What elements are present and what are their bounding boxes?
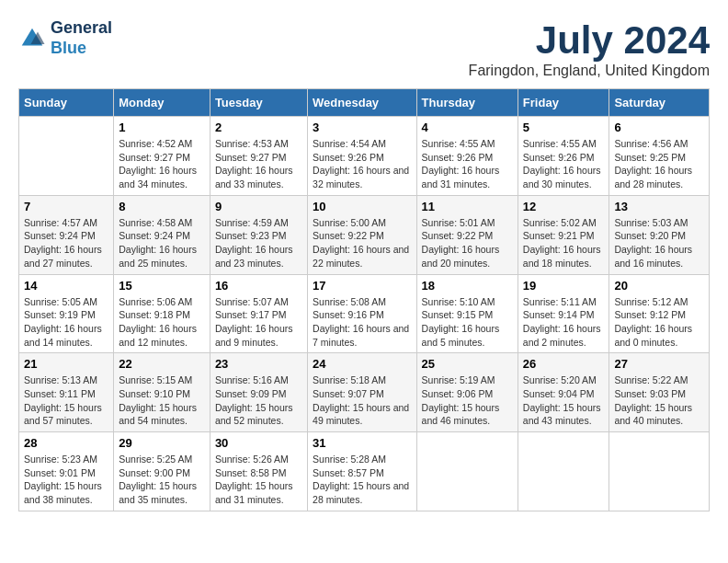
day-number: 13 xyxy=(614,200,704,213)
col-monday: Monday xyxy=(114,89,210,117)
day-info: Sunrise: 5:15 AM Sunset: 9:10 PM Dayligh… xyxy=(119,373,205,428)
cell-w5-d6 xyxy=(518,432,609,511)
col-friday: Friday xyxy=(518,89,609,117)
col-saturday: Saturday xyxy=(609,89,710,117)
logo-text-line2: Blue xyxy=(51,39,112,59)
cell-w2-d1: 7Sunrise: 4:57 AM Sunset: 9:24 PM Daylig… xyxy=(19,195,114,274)
cell-w3-d4: 17Sunrise: 5:08 AM Sunset: 9:16 PM Dayli… xyxy=(308,274,416,353)
day-info: Sunrise: 4:56 AM Sunset: 9:25 PM Dayligh… xyxy=(614,137,704,191)
cell-w3-d6: 19Sunrise: 5:11 AM Sunset: 9:14 PM Dayli… xyxy=(518,274,609,353)
cell-w2-d5: 11Sunrise: 5:01 AM Sunset: 9:22 PM Dayli… xyxy=(416,195,518,274)
cell-w5-d3: 30Sunrise: 5:26 AM Sunset: 8:58 PM Dayli… xyxy=(210,432,307,511)
cell-w1-d2: 1Sunrise: 4:52 AM Sunset: 9:27 PM Daylig… xyxy=(114,117,210,196)
cell-w2-d7: 13Sunrise: 5:03 AM Sunset: 9:20 PM Dayli… xyxy=(609,195,710,274)
cell-w4-d5: 25Sunrise: 5:19 AM Sunset: 9:06 PM Dayli… xyxy=(416,353,518,432)
day-number: 4 xyxy=(422,121,513,134)
day-info: Sunrise: 5:20 AM Sunset: 9:04 PM Dayligh… xyxy=(523,373,605,428)
day-info: Sunrise: 5:07 AM Sunset: 9:17 PM Dayligh… xyxy=(215,295,302,350)
day-number: 15 xyxy=(119,279,205,293)
cell-w3-d1: 14Sunrise: 5:05 AM Sunset: 9:19 PM Dayli… xyxy=(19,274,114,353)
day-info: Sunrise: 5:25 AM Sunset: 9:00 PM Dayligh… xyxy=(119,453,205,507)
day-number: 9 xyxy=(215,200,302,213)
day-info: Sunrise: 4:53 AM Sunset: 9:27 PM Dayligh… xyxy=(215,137,302,191)
day-info: Sunrise: 5:02 AM Sunset: 9:21 PM Dayligh… xyxy=(523,216,605,270)
week-row-5: 28Sunrise: 5:23 AM Sunset: 9:01 PM Dayli… xyxy=(19,432,710,511)
day-number: 22 xyxy=(119,357,205,371)
day-info: Sunrise: 5:00 AM Sunset: 9:22 PM Dayligh… xyxy=(313,216,411,270)
calendar-table: Sunday Monday Tuesday Wednesday Thursday… xyxy=(18,88,710,511)
day-number: 28 xyxy=(24,436,108,450)
day-info: Sunrise: 5:13 AM Sunset: 9:11 PM Dayligh… xyxy=(24,373,108,428)
day-info: Sunrise: 5:01 AM Sunset: 9:22 PM Dayligh… xyxy=(422,216,513,270)
cell-w2-d4: 10Sunrise: 5:00 AM Sunset: 9:22 PM Dayli… xyxy=(308,195,416,274)
cell-w1-d1 xyxy=(19,117,114,196)
cell-w4-d4: 24Sunrise: 5:18 AM Sunset: 9:07 PM Dayli… xyxy=(308,353,416,432)
cell-w4-d1: 21Sunrise: 5:13 AM Sunset: 9:11 PM Dayli… xyxy=(19,353,114,432)
cell-w1-d7: 6Sunrise: 4:56 AM Sunset: 9:25 PM Daylig… xyxy=(609,117,710,196)
day-info: Sunrise: 5:22 AM Sunset: 9:03 PM Dayligh… xyxy=(614,373,704,428)
day-info: Sunrise: 4:54 AM Sunset: 9:26 PM Dayligh… xyxy=(313,137,411,191)
day-number: 11 xyxy=(422,200,513,213)
logo-text-line1: General xyxy=(51,18,112,39)
day-info: Sunrise: 5:23 AM Sunset: 9:01 PM Dayligh… xyxy=(24,453,108,507)
week-row-3: 14Sunrise: 5:05 AM Sunset: 9:19 PM Dayli… xyxy=(19,274,710,353)
cell-w2-d3: 9Sunrise: 4:59 AM Sunset: 9:23 PM Daylig… xyxy=(210,195,307,274)
day-number: 1 xyxy=(119,121,205,134)
header-row: Sunday Monday Tuesday Wednesday Thursday… xyxy=(19,89,710,117)
day-number: 26 xyxy=(523,357,605,371)
day-info: Sunrise: 4:57 AM Sunset: 9:24 PM Dayligh… xyxy=(24,216,108,270)
title-section: July 2024 Faringdon, England, United Kin… xyxy=(469,18,710,79)
cell-w4-d3: 23Sunrise: 5:16 AM Sunset: 9:09 PM Dayli… xyxy=(210,353,307,432)
cell-w3-d7: 20Sunrise: 5:12 AM Sunset: 9:12 PM Dayli… xyxy=(609,274,710,353)
day-number: 7 xyxy=(24,200,108,213)
main-title: July 2024 xyxy=(469,18,710,63)
col-tuesday: Tuesday xyxy=(210,89,307,117)
day-number: 12 xyxy=(523,200,605,213)
day-number: 25 xyxy=(422,357,513,371)
day-info: Sunrise: 5:11 AM Sunset: 9:14 PM Dayligh… xyxy=(523,295,605,350)
cell-w5-d1: 28Sunrise: 5:23 AM Sunset: 9:01 PM Dayli… xyxy=(19,432,114,511)
cell-w3-d2: 15Sunrise: 5:06 AM Sunset: 9:18 PM Dayli… xyxy=(114,274,210,353)
day-info: Sunrise: 4:59 AM Sunset: 9:23 PM Dayligh… xyxy=(215,216,302,270)
day-number: 21 xyxy=(24,357,108,371)
day-info: Sunrise: 4:58 AM Sunset: 9:24 PM Dayligh… xyxy=(119,216,205,270)
cell-w4-d6: 26Sunrise: 5:20 AM Sunset: 9:04 PM Dayli… xyxy=(518,353,609,432)
day-number: 27 xyxy=(614,357,704,371)
day-info: Sunrise: 5:08 AM Sunset: 9:16 PM Dayligh… xyxy=(313,295,411,350)
day-number: 5 xyxy=(523,121,605,134)
cell-w5-d5 xyxy=(416,432,518,511)
day-number: 31 xyxy=(313,436,411,450)
cell-w1-d4: 3Sunrise: 4:54 AM Sunset: 9:26 PM Daylig… xyxy=(308,117,416,196)
cell-w1-d3: 2Sunrise: 4:53 AM Sunset: 9:27 PM Daylig… xyxy=(210,117,307,196)
week-row-1: 1Sunrise: 4:52 AM Sunset: 9:27 PM Daylig… xyxy=(19,117,710,196)
cell-w4-d2: 22Sunrise: 5:15 AM Sunset: 9:10 PM Dayli… xyxy=(114,353,210,432)
day-number: 14 xyxy=(24,279,108,293)
cell-w5-d4: 31Sunrise: 5:28 AM Sunset: 8:57 PM Dayli… xyxy=(308,432,416,511)
day-number: 10 xyxy=(313,200,411,213)
day-number: 30 xyxy=(215,436,302,450)
week-row-2: 7Sunrise: 4:57 AM Sunset: 9:24 PM Daylig… xyxy=(19,195,710,274)
day-info: Sunrise: 4:55 AM Sunset: 9:26 PM Dayligh… xyxy=(523,137,605,191)
day-number: 19 xyxy=(523,279,605,293)
day-info: Sunrise: 5:06 AM Sunset: 9:18 PM Dayligh… xyxy=(119,295,205,350)
day-number: 6 xyxy=(614,121,704,134)
day-number: 29 xyxy=(119,436,205,450)
cell-w5-d7 xyxy=(609,432,710,511)
day-info: Sunrise: 5:05 AM Sunset: 9:19 PM Dayligh… xyxy=(24,295,108,350)
day-number: 17 xyxy=(313,279,411,293)
day-number: 24 xyxy=(313,357,411,371)
col-sunday: Sunday xyxy=(19,89,114,117)
day-number: 18 xyxy=(422,279,513,293)
day-info: Sunrise: 4:55 AM Sunset: 9:26 PM Dayligh… xyxy=(422,137,513,191)
cell-w3-d3: 16Sunrise: 5:07 AM Sunset: 9:17 PM Dayli… xyxy=(210,274,307,353)
day-info: Sunrise: 5:26 AM Sunset: 8:58 PM Dayligh… xyxy=(215,453,302,507)
cell-w1-d5: 4Sunrise: 4:55 AM Sunset: 9:26 PM Daylig… xyxy=(416,117,518,196)
day-number: 2 xyxy=(215,121,302,134)
day-info: Sunrise: 5:03 AM Sunset: 9:20 PM Dayligh… xyxy=(614,216,704,270)
day-info: Sunrise: 5:12 AM Sunset: 9:12 PM Dayligh… xyxy=(614,295,704,350)
logo: General Blue xyxy=(18,18,112,58)
day-number: 20 xyxy=(614,279,704,293)
day-info: Sunrise: 5:19 AM Sunset: 9:06 PM Dayligh… xyxy=(422,373,513,428)
cell-w5-d2: 29Sunrise: 5:25 AM Sunset: 9:00 PM Dayli… xyxy=(114,432,210,511)
week-row-4: 21Sunrise: 5:13 AM Sunset: 9:11 PM Dayli… xyxy=(19,353,710,432)
